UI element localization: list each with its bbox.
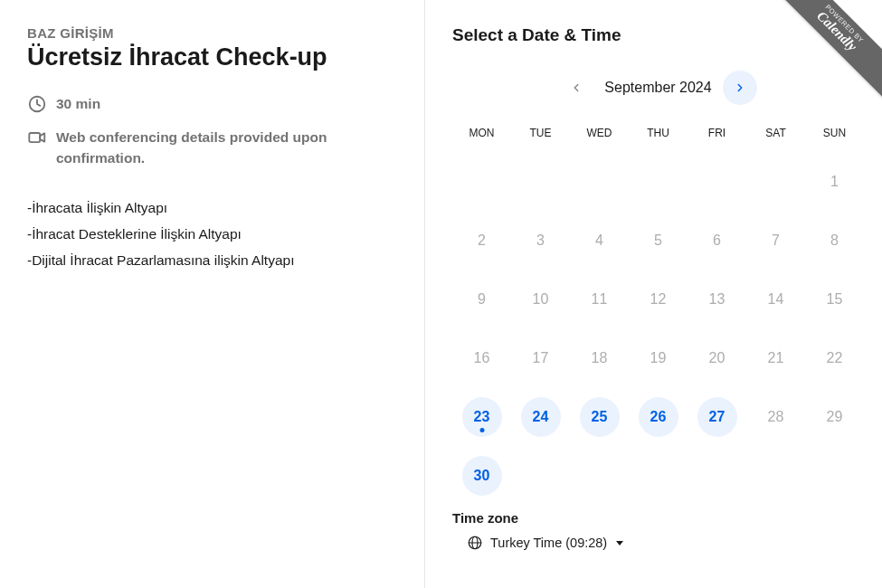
chevron-right-icon — [734, 81, 746, 94]
calendar-day-available[interactable]: 30 — [462, 456, 502, 496]
calendar-day-cell: 13 — [688, 270, 746, 328]
calendar-panel: Select a Date & Time September 2024 MONT… — [425, 0, 882, 588]
event-title: Ücretsiz İhracat Check-up — [27, 43, 397, 73]
weekday-label: THU — [629, 127, 688, 139]
calendar-day-cell: 16 — [452, 328, 511, 387]
timezone-selector[interactable]: Turkey Time (09:28) — [452, 535, 864, 551]
calendar-day-cell — [570, 152, 629, 211]
clock-icon — [27, 94, 47, 114]
weekday-label: SUN — [805, 127, 864, 139]
calendar-week-row: 16171819202122 — [452, 328, 864, 387]
weekday-label: WED — [570, 127, 629, 139]
calendar-day-cell: 25 — [570, 387, 629, 446]
calendar-day-disabled: 28 — [756, 397, 796, 437]
calendar-day-disabled: 15 — [815, 280, 855, 319]
calendar-day-disabled: 11 — [580, 280, 620, 319]
calendar-day-cell — [511, 152, 570, 211]
calendar-day-cell: 12 — [629, 270, 688, 328]
calendar-day-cell: 11 — [570, 270, 629, 328]
calendar-day-disabled: 22 — [815, 338, 855, 378]
calendar-day-cell: 7 — [746, 211, 805, 270]
timezone-value: Turkey Time (09:28) — [490, 536, 607, 550]
today-indicator-dot — [479, 428, 484, 432]
calendar-day-cell — [570, 446, 629, 505]
previous-month-button[interactable] — [559, 71, 593, 105]
calendar-day-cell: 8 — [805, 211, 864, 270]
calendar-day-available[interactable]: 23 — [462, 397, 502, 437]
next-month-button[interactable] — [723, 71, 757, 105]
video-icon — [27, 128, 47, 147]
calendar-day-cell — [688, 446, 746, 505]
calendar-day-cell: 26 — [629, 387, 688, 446]
calendar-day-disabled: 16 — [462, 338, 502, 378]
location-row: Web conferencing details provided upon c… — [27, 127, 397, 169]
duration-row: 30 min — [27, 93, 397, 114]
location-text: Web conferencing details provided upon c… — [56, 127, 397, 169]
calendar-day-disabled: 9 — [462, 280, 502, 319]
svg-marker-2 — [40, 133, 44, 141]
calendar-day-disabled: 29 — [815, 397, 855, 437]
calendar-day-cell: 10 — [511, 270, 570, 328]
calendar-day-cell: 4 — [570, 211, 629, 270]
calendar-day-disabled: 6 — [697, 221, 737, 261]
calendar-week-row: 23242526272829 — [452, 387, 864, 446]
event-description: -İhracata İlişkin Altyapı-İhracat Destek… — [27, 194, 397, 274]
calendar-grid: MONTUEWEDTHUFRISATSUN 123456789101112131… — [452, 127, 864, 505]
calendar-day-disabled: 7 — [756, 221, 796, 261]
weekday-header-row: MONTUEWEDTHUFRISATSUN — [452, 127, 864, 139]
calendar-day-disabled: 19 — [639, 338, 678, 378]
calendar-day-cell — [511, 446, 570, 505]
select-date-heading: Select a Date & Time — [452, 25, 864, 45]
caret-down-icon — [616, 541, 623, 545]
calendar-week-row: 2345678 — [452, 211, 864, 270]
description-line: -İhracat Desteklerine İlişkin Altyapı — [27, 221, 397, 247]
calendar-day-cell: 19 — [629, 328, 688, 387]
calendar-week-row: 1 — [452, 152, 864, 211]
calendar-day-disabled: 1 — [815, 162, 855, 202]
timezone-label: Time zone — [452, 510, 864, 526]
calendar-day-cell: 5 — [629, 211, 688, 270]
description-line: -Dijital İhracat Pazarlamasına ilişkin A… — [27, 247, 397, 273]
calendar-day-cell: 20 — [688, 328, 746, 387]
calendar-day-disabled: 13 — [697, 280, 737, 319]
calendar-day-cell: 3 — [511, 211, 570, 270]
calendar-day-cell — [746, 152, 805, 211]
description-line: -İhracata İlişkin Altyapı — [27, 194, 397, 221]
calendar-day-available[interactable]: 24 — [521, 397, 561, 437]
weekday-label: SAT — [746, 127, 805, 139]
calendar-day-cell: 17 — [511, 328, 570, 387]
calendar-day-cell: 15 — [805, 270, 864, 328]
current-month-label: September 2024 — [601, 80, 715, 96]
weekday-label: FRI — [688, 127, 746, 139]
calendar-day-cell: 30 — [452, 446, 511, 505]
calendar-day-cell: 1 — [805, 152, 864, 211]
calendar-day-cell: 27 — [688, 387, 746, 446]
calendar-day-available[interactable]: 25 — [580, 397, 620, 437]
calendar-day-cell: 28 — [746, 387, 805, 446]
calendar-day-available[interactable]: 26 — [639, 397, 678, 437]
calendar-day-available[interactable]: 27 — [697, 397, 737, 437]
calendar-day-cell — [688, 152, 746, 211]
calendar-day-cell — [629, 446, 688, 505]
calendar-day-disabled: 4 — [580, 221, 620, 261]
calendar-day-cell: 22 — [805, 328, 864, 387]
calendar-day-disabled: 18 — [580, 338, 620, 378]
calendar-day-disabled: 10 — [521, 280, 561, 319]
calendar-day-disabled: 20 — [697, 338, 737, 378]
calendar-day-cell: 29 — [805, 387, 864, 446]
calendar-day-disabled: 17 — [521, 338, 561, 378]
calendar-day-disabled: 3 — [521, 221, 561, 261]
organizer-name: BAZ GİRİŞİM — [27, 25, 397, 41]
calendar-week-row: 30 — [452, 446, 864, 505]
calendar-day-disabled: 14 — [756, 280, 796, 319]
timezone-section: Time zone Turkey Time (09:28) — [452, 510, 864, 551]
calendar-day-cell: 2 — [452, 211, 511, 270]
event-details-panel: BAZ GİRİŞİM Ücretsiz İhracat Check-up 30… — [0, 0, 425, 588]
calendar-day-cell: 24 — [511, 387, 570, 446]
calendar-day-cell — [629, 152, 688, 211]
calendar-day-cell: 18 — [570, 328, 629, 387]
calendar-day-disabled: 12 — [639, 280, 678, 319]
calendar-day-disabled: 5 — [639, 221, 678, 261]
month-navigation: September 2024 — [452, 71, 864, 105]
calendar-day-cell: 23 — [452, 387, 511, 446]
